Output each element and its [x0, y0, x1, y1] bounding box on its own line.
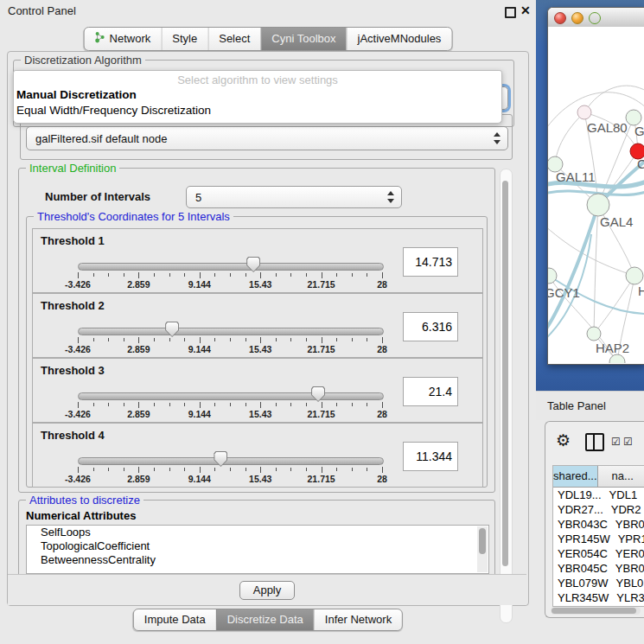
- tick-mark: [336, 273, 337, 277]
- table-row[interactable]: YPR145WYPR1: [553, 532, 644, 546]
- attribute-item-betweennesscentrality[interactable]: BetweennessCentrality: [27, 553, 488, 567]
- tick-mark: [138, 272, 139, 278]
- table-data-value: galFiltered.sif default node: [35, 132, 167, 145]
- gear-icon[interactable]: ⚙: [556, 430, 571, 450]
- table-row[interactable]: YER054CYER0: [553, 546, 644, 561]
- tick-mark: [322, 337, 322, 343]
- table-row[interactable]: YDR27...YDR2: [553, 502, 644, 517]
- algorithm-option-manual-discretization[interactable]: Manual Discretization: [16, 88, 137, 101]
- threshold-value-field[interactable]: 11.344: [403, 442, 458, 471]
- tab-select[interactable]: Select: [207, 28, 260, 50]
- node-hap2[interactable]: [587, 327, 601, 341]
- slider-thumb[interactable]: [246, 257, 260, 272]
- tick-mark: [78, 337, 79, 343]
- float-window-icon[interactable]: [505, 7, 516, 18]
- tick-label: 21.715: [308, 474, 335, 484]
- table-row[interactable]: YBR043CYBR0: [553, 517, 644, 532]
- table-horizontal-scrollbar[interactable]: [551, 607, 641, 615]
- tab-jactivemnodules[interactable]: jActiveMNodules: [347, 28, 452, 50]
- tick-mark: [352, 338, 353, 341]
- tick-label: 15.43: [249, 474, 271, 484]
- network-window-titlebar: [548, 8, 644, 28]
- node-gal4[interactable]: [587, 194, 609, 216]
- tick-mark: [230, 273, 231, 277]
- tab-style[interactable]: Style: [161, 28, 207, 50]
- tick-mark: [260, 467, 261, 473]
- tab-cyni-toolbox[interactable]: Cyni Toolbox: [260, 28, 346, 50]
- tab-network[interactable]: Network: [85, 28, 162, 50]
- tab-label: Cyni Toolbox: [271, 32, 335, 45]
- num-intervals-select[interactable]: 5: [186, 186, 402, 208]
- slider-thumb[interactable]: [214, 451, 227, 467]
- node-label-top-right: GA: [634, 124, 644, 138]
- slider-track[interactable]: [78, 457, 384, 465]
- network-canvas[interactable]: GAL80GACGAL11GAL4GCY1HHAP2: [548, 27, 644, 363]
- slider-track[interactable]: [78, 328, 384, 335]
- checkbox-icon[interactable]: ☑: [623, 436, 633, 448]
- interval-definition-group: Interval Definition Number of Intervals …: [18, 168, 495, 493]
- table-row[interactable]: YBR045CYBR0: [553, 561, 644, 576]
- slider-track[interactable]: [78, 392, 384, 400]
- column-layout-icon[interactable]: [585, 433, 604, 451]
- close-icon[interactable]: ✕: [520, 3, 531, 17]
- slider-track[interactable]: [78, 263, 384, 271]
- table-data-select[interactable]: galFiltered.sif default node: [26, 126, 508, 150]
- slider-tick-labels: -3.4262.8599.14415.4321.71528: [78, 474, 382, 484]
- checkbox-icon[interactable]: ☑: [611, 436, 621, 448]
- tick-label: 28: [377, 279, 387, 290]
- node-gcy1[interactable]: [548, 268, 557, 284]
- tick-mark: [200, 272, 201, 278]
- bottom-tab-impute-data[interactable]: Impute Data: [134, 609, 216, 630]
- tick-mark: [276, 273, 277, 277]
- tick-mark: [260, 337, 261, 343]
- tab-label: Select: [219, 32, 250, 45]
- tick-mark: [336, 338, 337, 341]
- apply-button[interactable]: Apply: [239, 581, 295, 600]
- threshold-value-field[interactable]: 6.316: [403, 312, 458, 341]
- attributes-scrollbar[interactable]: [477, 526, 488, 572]
- threshold-value-field[interactable]: 14.713: [403, 247, 458, 277]
- tick-mark: [138, 337, 139, 343]
- table-row[interactable]: YDL19...YDL1: [553, 488, 644, 502]
- tick-mark: [322, 467, 322, 473]
- tick-mark: [245, 338, 246, 341]
- tick-mark: [214, 273, 215, 277]
- tick-mark: [214, 468, 215, 471]
- table-row[interactable]: YLR345WYLR3: [553, 590, 644, 605]
- slider-thumb[interactable]: [311, 386, 325, 402]
- content-scrollbar[interactable]: [500, 169, 513, 623]
- column-header-2[interactable]: na...: [598, 466, 644, 487]
- threshold-value-field[interactable]: 21.4: [403, 377, 458, 406]
- bottom-tab-discretize-data[interactable]: Discretize Data: [216, 609, 314, 630]
- tick-mark: [154, 338, 155, 341]
- close-window-icon[interactable]: [554, 12, 566, 24]
- attribute-item-topologicalcoefficient[interactable]: TopologicalCoefficient: [27, 539, 488, 553]
- table-row[interactable]: YBL079WYBL0: [553, 576, 644, 590]
- algorithm-option-equal-width-frequency-discretization[interactable]: Equal Width/Frequency Discretization: [16, 104, 211, 117]
- slider-tick-labels: -3.4262.8599.14415.4321.71528: [78, 279, 382, 290]
- tick-mark: [382, 337, 383, 343]
- tick-mark: [78, 272, 79, 278]
- node-h-node[interactable]: [626, 267, 643, 284]
- table-hscrollbar-thumb[interactable]: [552, 608, 636, 614]
- numerical-attributes-list[interactable]: SelfLoopsTopologicalCoefficientBetweenne…: [26, 525, 489, 574]
- tick-mark: [336, 468, 337, 471]
- content-scrollbar-thumb[interactable]: [502, 181, 508, 566]
- tick-mark: [200, 402, 201, 408]
- zoom-window-icon[interactable]: [589, 12, 601, 24]
- tick-mark: [108, 338, 109, 341]
- minimize-window-icon[interactable]: [571, 12, 583, 24]
- threshold-row-2: Threshold 2-3.4262.8599.14415.4321.71528…: [32, 293, 483, 358]
- threshold-row-3: Threshold 3-3.4262.8599.14415.4321.71528…: [32, 358, 483, 423]
- attributes-scrollbar-thumb[interactable]: [479, 528, 486, 554]
- bottom-tab-infer-network[interactable]: Infer Network: [314, 609, 402, 630]
- attribute-item-selfloops[interactable]: SelfLoops: [27, 526, 488, 539]
- column-header-1[interactable]: shared...: [553, 466, 598, 487]
- tick-mark: [154, 468, 155, 471]
- slider-thumb[interactable]: [165, 322, 179, 337]
- node-edge-node[interactable]: [609, 354, 625, 363]
- node-gal80[interactable]: [577, 105, 591, 119]
- cell-name: YLR3: [609, 590, 644, 605]
- algorithm-group-title: Discretization Algorithm: [21, 54, 145, 67]
- node-table: shared...na... YDL19...YDL1YDR27...YDR2Y…: [552, 465, 644, 607]
